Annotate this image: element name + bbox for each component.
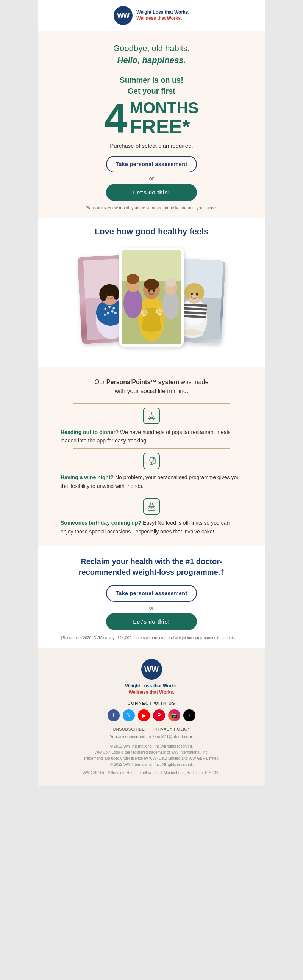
feature-divider-1 — [73, 403, 230, 404]
instagram-icon[interactable]: 📷 — [168, 709, 180, 721]
photo-center — [119, 248, 184, 347]
or-text-top: or — [60, 175, 243, 181]
hero-section: Goodbye, old habits. Hello, happiness. S… — [38, 32, 265, 218]
svg-point-33 — [156, 309, 162, 315]
svg-point-64 — [152, 503, 153, 504]
reclaim-section: Reclaim your health with the #1 doctor-r… — [38, 546, 265, 648]
logo-line2: Wellness that Works. — [136, 16, 189, 22]
svg-point-32 — [141, 310, 148, 316]
svg-point-54 — [150, 415, 153, 418]
twitter-icon[interactable]: 𝕏 — [123, 709, 135, 721]
footer-ww-tagline: Weight Loss that Works. Wellness that Wo… — [53, 683, 250, 696]
copyright-line2: WW Coin Logo & the registered trademark … — [53, 749, 250, 756]
svg-rect-58 — [153, 457, 155, 459]
footer-address: WW GBR Ltd, Millennium House, Ludlow Roa… — [53, 771, 250, 775]
auto-renew-notice: Plans auto-renew monthly at the standard… — [60, 205, 243, 210]
dinner-icon — [143, 407, 160, 424]
copyright-block: © 2022 WW International, Inc. All rights… — [53, 743, 250, 768]
svg-point-23 — [147, 278, 156, 285]
svg-point-24 — [149, 289, 151, 291]
months-label: MONTHS — [130, 99, 199, 117]
tagline-italic: Hello, happiness. — [117, 55, 186, 65]
love-section: Love how good healthy feels — [38, 218, 265, 367]
hero-tagline: Goodbye, old habits. Hello, happiness. — [60, 43, 243, 66]
copyright-line3: Trademarks are used under licence by WW … — [53, 756, 250, 762]
svg-point-26 — [124, 288, 143, 318]
feature-icon-row-2 — [53, 453, 250, 469]
feature-2-text: Having a wine night? No problem, your pe… — [53, 473, 250, 490]
feature-icon-row-1 — [53, 407, 250, 424]
tagline-normal: Goodbye, old habits. — [113, 44, 190, 53]
feature-divider-3 — [73, 494, 230, 494]
footer-section: WW Weight Loss that Works. Wellness that… — [38, 648, 265, 786]
big-offer-display: 4 MONTHS FREE* — [60, 97, 243, 139]
footer-line1: Weight Loss that Works. — [53, 683, 250, 689]
get-first-text: Get your first — [60, 87, 243, 95]
tiktok-icon[interactable]: ♪ — [183, 709, 195, 721]
photo-collage — [79, 244, 224, 350]
feature-divider-2 — [73, 449, 230, 449]
privacy-policy-link[interactable]: PRIVACY POLICY — [153, 727, 190, 731]
feature-1-text: Heading out to dinner? We have hundreds … — [53, 428, 250, 445]
footer-logo-icon: WW — [141, 659, 162, 680]
subscribed-info: You are subscribed as 75ea3f1f@ufeed.com… — [53, 734, 250, 739]
svg-point-31 — [165, 278, 176, 286]
number-4: 4 — [104, 97, 127, 139]
copyright-line1: © 2022 WW International, Inc. All rights… — [53, 743, 250, 749]
ww-logo-icon: WW — [114, 6, 133, 25]
logo-line1: Weight Loss that Works. — [136, 10, 189, 16]
pp-brand-name: PersonalPoints™ system — [106, 379, 179, 385]
purchase-note: Purchase of select plan required. — [60, 143, 243, 149]
footer-links-row: UNSUBSCRIBE | PRIVACY POLICY — [53, 727, 250, 731]
logo-area: WW Weight Loss that Works. Wellness that… — [114, 6, 189, 25]
love-title: Love how good healthy feels — [46, 227, 257, 237]
birthday-icon — [143, 498, 160, 515]
reclaim-title: Reclaim your health with the #1 doctor-r… — [60, 556, 243, 578]
header: WW Weight Loss that Works. Wellness that… — [38, 0, 265, 32]
reclaim-footnote: †Based on a 2020 IQVIA survey of 14,000 … — [60, 635, 243, 641]
or-text-bottom: or — [60, 605, 243, 611]
free-label: FREE* — [130, 117, 190, 137]
footer-line2: Wellness that Works. — [53, 689, 250, 696]
wine-icon — [143, 453, 160, 469]
pp-intro-text: Our PersonalPoints™ system was madewith … — [53, 378, 250, 396]
lets-do-this-button-bottom[interactable]: Let's do this! — [106, 613, 197, 630]
footer-separator: | — [149, 727, 150, 731]
social-icons-row: f 𝕏 ▶ P 📷 ♪ — [53, 709, 250, 721]
pinterest-icon[interactable]: P — [153, 709, 165, 721]
months-free-stack: MONTHS FREE* — [130, 99, 199, 137]
svg-point-25 — [153, 289, 155, 291]
youtube-icon[interactable]: ▶ — [138, 709, 150, 721]
facebook-icon[interactable]: f — [108, 709, 120, 721]
personal-points-section: Our PersonalPoints™ system was madewith … — [38, 367, 265, 546]
hero-divider — [97, 71, 206, 71]
unsubscribe-link[interactable]: UNSUBSCRIBE — [113, 727, 145, 731]
feature-3-text: Someones birthday coming up? Easy! No fo… — [53, 519, 250, 536]
summer-offer: Summer is on us! — [60, 76, 243, 84]
logo-text: Weight Loss that Works. Wellness that Wo… — [136, 10, 189, 21]
connect-with-us-label: CONNECT WITH US — [53, 701, 250, 706]
lets-do-this-button-top[interactable]: Let's do this! — [106, 184, 197, 201]
feature-icon-row-3 — [53, 498, 250, 515]
svg-point-28 — [127, 274, 140, 284]
take-assessment-button-top[interactable]: Take personal assessment — [106, 156, 197, 172]
svg-point-29 — [162, 291, 179, 320]
svg-point-63 — [150, 503, 151, 504]
take-assessment-button-bottom[interactable]: Take personal assessment — [106, 585, 197, 601]
copyright-line4: © 2022 WW International, Inc. All rights… — [53, 762, 250, 768]
